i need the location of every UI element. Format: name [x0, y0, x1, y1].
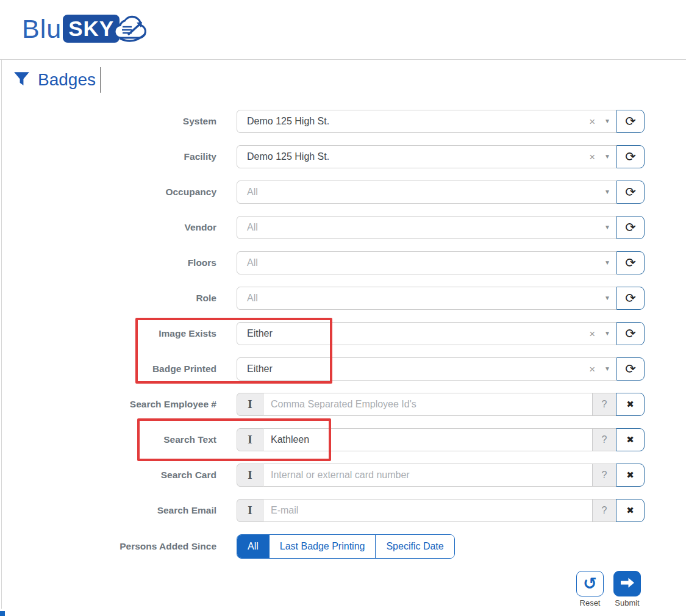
refresh-icon: ⟳: [625, 114, 636, 129]
field-label: Search Card: [0, 470, 216, 481]
option-all-button[interactable]: All: [237, 535, 269, 558]
chevron-down-icon: ▼: [604, 154, 610, 160]
title-divider: [100, 67, 101, 93]
form-actions: ↺ Reset Submit: [576, 571, 641, 607]
help-icon[interactable]: ?: [592, 393, 616, 416]
search-text-clear-button[interactable]: ✖: [616, 428, 645, 451]
clear-x-icon: ✖: [626, 399, 634, 410]
search-employee-input[interactable]: [263, 393, 592, 416]
help-icon[interactable]: ?: [592, 464, 616, 487]
blusky-logo[interactable]: Blu SKY: [22, 13, 152, 45]
badge-printed-refresh-button[interactable]: ⟳: [616, 357, 645, 381]
chevron-down-icon: ▼: [604, 118, 610, 124]
select-placeholder: All: [247, 222, 604, 233]
floors-refresh-button[interactable]: ⟳: [616, 251, 645, 274]
cloud-arrow-icon: [110, 13, 152, 45]
row-badge-printed: Badge Printed Either × ▼ ⟳: [0, 357, 686, 381]
row-image-exists: Image Exists Either × ▼ ⟳: [0, 322, 686, 345]
refresh-icon: ⟳: [625, 291, 636, 306]
submit-button[interactable]: [613, 571, 641, 596]
field-label: Persons Added Since: [0, 541, 216, 552]
vendor-select[interactable]: All ▼: [237, 216, 617, 239]
field-label: Role: [0, 293, 216, 304]
field-label: Search Email: [0, 505, 216, 516]
role-refresh-button[interactable]: ⟳: [616, 287, 645, 310]
submit-label: Submit: [615, 598, 639, 607]
select-placeholder: All: [247, 257, 604, 268]
reset-action: ↺ Reset: [576, 571, 604, 607]
role-select[interactable]: All ▼: [237, 287, 617, 310]
vendor-refresh-button[interactable]: ⟳: [616, 216, 645, 239]
field-label: Facility: [0, 151, 216, 162]
clear-selection-icon[interactable]: ×: [589, 152, 595, 162]
option-last-badge-printing-button[interactable]: Last Badge Printing: [269, 535, 376, 558]
field-label: Search Employee #: [0, 399, 216, 410]
clear-selection-icon[interactable]: ×: [589, 116, 595, 127]
image-exists-select[interactable]: Either × ▼: [237, 322, 617, 345]
selected-value: Demo 125 High St.: [247, 116, 589, 127]
clear-selection-icon[interactable]: ×: [589, 329, 595, 339]
search-email-clear-button[interactable]: ✖: [616, 499, 645, 522]
field-label: Occupancy: [0, 187, 216, 198]
clear-x-icon: ✖: [626, 505, 634, 516]
occupancy-select[interactable]: All ▼: [237, 181, 617, 204]
reset-button[interactable]: ↺: [576, 571, 604, 596]
field-label: Badge Printed: [0, 364, 216, 374]
refresh-icon: ⟳: [625, 185, 636, 199]
system-select[interactable]: Demo 125 High St. × ▼: [237, 110, 617, 133]
search-card-clear-button[interactable]: ✖: [616, 464, 645, 487]
help-icon[interactable]: ?: [592, 428, 616, 451]
row-search-card: Search Card I ? ✖: [0, 464, 686, 487]
chevron-down-icon: ▼: [604, 366, 610, 372]
row-system: System Demo 125 High St. × ▼ ⟳: [0, 110, 686, 133]
text-field-icon: I: [237, 499, 263, 522]
field-label: Floors: [0, 257, 216, 268]
system-refresh-button[interactable]: ⟳: [616, 110, 645, 133]
app-header: Blu SKY: [0, 0, 686, 60]
refresh-icon: ⟳: [625, 220, 636, 235]
row-vendor: Vendor All ▼ ⟳: [0, 216, 686, 239]
row-search-text: Search Text I ? ✖: [0, 428, 686, 451]
select-placeholder: All: [247, 293, 604, 304]
row-search-employee: Search Employee # I ? ✖: [0, 393, 686, 416]
search-text-input[interactable]: [263, 428, 592, 451]
select-placeholder: All: [247, 187, 604, 198]
persons-added-since-group: All Last Badge Printing Specific Date: [237, 534, 455, 559]
field-label: Vendor: [0, 222, 216, 233]
selected-value: Demo 125 High St.: [247, 151, 589, 162]
refresh-icon: ⟳: [625, 362, 636, 376]
search-employee-clear-button[interactable]: ✖: [616, 393, 645, 416]
clear-selection-icon[interactable]: ×: [589, 364, 595, 374]
occupancy-refresh-button[interactable]: ⟳: [616, 181, 645, 204]
clear-x-icon: ✖: [626, 470, 634, 481]
badge-printed-select[interactable]: Either × ▼: [237, 357, 617, 381]
filter-funnel-icon: [13, 71, 30, 90]
facility-select[interactable]: Demo 125 High St. × ▼: [237, 145, 617, 168]
logo-text-blu: Blu: [22, 15, 62, 43]
row-occupancy: Occupancy All ▼ ⟳: [0, 181, 686, 204]
search-card-input[interactable]: [263, 464, 592, 487]
option-specific-date-button[interactable]: Specific Date: [375, 535, 454, 558]
refresh-icon: ⟳: [625, 326, 636, 341]
help-icon[interactable]: ?: [592, 499, 616, 522]
chevron-down-icon: ▼: [604, 260, 610, 266]
facility-refresh-button[interactable]: ⟳: [616, 145, 645, 168]
text-field-icon: I: [237, 464, 263, 487]
right-arrow-icon: [620, 578, 635, 590]
row-search-email: Search Email I ? ✖: [0, 499, 686, 522]
row-floors: Floors All ▼ ⟳: [0, 251, 686, 274]
selected-value: Either: [247, 364, 589, 374]
clear-x-icon: ✖: [626, 434, 634, 445]
chevron-down-icon: ▼: [604, 295, 610, 301]
reset-arrow-icon: ↺: [583, 576, 597, 592]
search-email-input[interactable]: [263, 499, 592, 522]
submit-action: Submit: [613, 571, 641, 607]
floors-select[interactable]: All ▼: [237, 251, 617, 274]
field-label: Image Exists: [0, 328, 216, 339]
refresh-icon: ⟳: [625, 256, 636, 270]
chevron-down-icon: ▼: [604, 189, 610, 195]
image-exists-refresh-button[interactable]: ⟳: [616, 322, 645, 345]
page-title: Badges: [38, 70, 96, 90]
field-label: System: [0, 116, 216, 127]
chevron-down-icon: ▼: [604, 224, 610, 231]
